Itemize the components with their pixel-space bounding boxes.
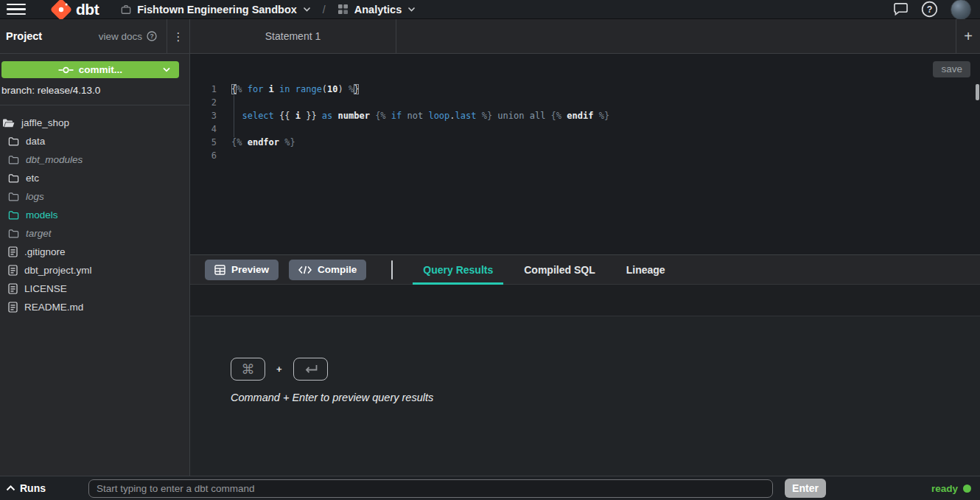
plus-sign: +: [276, 364, 282, 375]
branch-label: branch: release/4.13.0: [1, 85, 189, 96]
tree-item-dbt-modules[interactable]: dbt_modules: [0, 150, 189, 169]
tree-item-label: dbt_project.yml: [24, 265, 92, 276]
enter-button[interactable]: Enter: [785, 479, 826, 498]
code-line-1[interactable]: 1{% for i in range(10) %}: [190, 83, 980, 96]
folder-icon: [8, 173, 19, 184]
folder-icon: [8, 192, 19, 202]
line-number: 1: [190, 83, 217, 96]
view-docs-link[interactable]: view docs ?: [99, 31, 157, 42]
command-key-icon: ⌘: [231, 358, 265, 381]
help-circle-icon: ?: [147, 31, 157, 41]
tree-item-models[interactable]: models: [0, 206, 189, 224]
tab-query-results[interactable]: Query Results: [407, 255, 508, 285]
breadcrumb-separator: /: [323, 4, 326, 15]
folder-icon: [8, 210, 19, 221]
runs-toggle[interactable]: Runs: [6, 482, 46, 494]
folder-icon: [8, 136, 19, 147]
dbt-logo: dbt: [50, 0, 99, 21]
editor-tab-bar: Statement 1 +: [190, 19, 980, 54]
tree-item-readme-md[interactable]: README.md: [0, 298, 189, 316]
line-number: 3: [190, 109, 217, 122]
code-icon: [298, 265, 312, 274]
commit-button[interactable]: commit...: [1, 61, 179, 78]
tree-item-label: .gitignore: [24, 246, 66, 257]
line-number: 2: [190, 96, 217, 109]
tree-item-logs[interactable]: logs: [0, 187, 189, 206]
line-number: 5: [190, 136, 217, 149]
tree-item-dbt-project-yml[interactable]: dbt_project.yml: [0, 261, 189, 279]
svg-text:?: ?: [150, 32, 153, 40]
file-icon: [8, 265, 18, 276]
file-icon: [8, 246, 18, 257]
tab-statement-1[interactable]: Statement 1: [190, 19, 396, 53]
results-panel: Preview Compile Query Results Compiled S…: [190, 254, 980, 476]
breadcrumb: Fishtown Engineering Sandbox / Analytics: [121, 4, 416, 15]
results-toolbar: Preview Compile Query Results Compiled S…: [190, 255, 980, 285]
editor-scrollbar[interactable]: [976, 84, 979, 100]
dbt-cloud-ide: dbt Fishtown Engineering Sandbox / Analy…: [0, 0, 980, 500]
tree-item-data[interactable]: data: [0, 132, 189, 150]
new-tab-button[interactable]: +: [964, 29, 973, 44]
line-number: 6: [190, 149, 217, 162]
tree-item-label: target: [26, 228, 52, 239]
tree-item-label: dbt_modules: [26, 154, 83, 165]
code-text: {% endfor %}: [231, 136, 295, 149]
file-icon: [8, 283, 18, 294]
folder-open-icon: [2, 118, 15, 128]
top-bar: dbt Fishtown Engineering Sandbox / Analy…: [0, 0, 980, 19]
chevron-down-icon: [163, 67, 170, 72]
shortcut-hint: Command + Enter to preview query results: [231, 392, 980, 403]
status-label: ready: [931, 483, 958, 494]
compile-button[interactable]: Compile: [289, 260, 366, 280]
chat-icon[interactable]: [893, 2, 909, 16]
tree-item-label: jaffle_shop: [21, 117, 69, 128]
tree-item-label: logs: [26, 191, 44, 202]
tree-item-label: README.md: [24, 302, 83, 313]
indent-guide: [234, 95, 234, 137]
main-panel: Statement 1 + save 1{% for i in range(10…: [190, 19, 980, 476]
account-switcher[interactable]: Fishtown Engineering Sandbox: [137, 4, 297, 15]
code-line-2[interactable]: 2: [190, 96, 980, 109]
dbt-logo-icon: [50, 0, 72, 21]
code-text: {% for i in range(10) %}: [231, 83, 359, 96]
hamburger-menu-icon[interactable]: [7, 3, 26, 16]
chevron-down-icon[interactable]: [407, 7, 416, 12]
status-dot-icon: [963, 485, 971, 493]
product-name: dbt: [76, 1, 99, 18]
dbt-command-input[interactable]: [88, 479, 773, 498]
svg-text:?: ?: [927, 4, 933, 15]
tree-item-etc[interactable]: etc: [0, 169, 189, 187]
code-editor[interactable]: save 1{% for i in range(10) %}23 select …: [190, 54, 980, 254]
tree-item-label: data: [26, 136, 45, 147]
table-icon: [214, 265, 225, 275]
project-sidebar: Project view docs ? ⋮ commit... bra: [0, 19, 190, 476]
sidebar-menu-icon[interactable]: ⋮: [167, 19, 189, 54]
project-switcher[interactable]: Analytics: [354, 4, 402, 15]
code-line-4[interactable]: 4: [190, 122, 980, 136]
connection-status: ready: [931, 483, 971, 494]
grid-icon: [337, 4, 349, 15]
tab-compiled-sql[interactable]: Compiled SQL: [508, 255, 610, 285]
tab-lineage[interactable]: Lineage: [611, 255, 681, 285]
folder-icon: [8, 229, 19, 239]
code-line-5[interactable]: 5{% endfor %}: [190, 136, 980, 149]
tree-item--gitignore[interactable]: .gitignore: [0, 243, 189, 261]
folder-icon: [8, 155, 19, 165]
topbar-actions: ?: [893, 0, 971, 20]
code-text: select {{ i }} as number {% if not loop.…: [231, 109, 609, 122]
sidebar-title: Project: [6, 30, 42, 42]
results-empty-state: ⌘ + Command + Enter to preview query res…: [190, 316, 980, 403]
file-icon: [8, 302, 18, 313]
help-icon[interactable]: ?: [921, 1, 938, 18]
return-key-icon: [293, 358, 328, 381]
preview-button[interactable]: Preview: [205, 260, 279, 280]
code-line-3[interactable]: 3 select {{ i }} as number {% if not loo…: [190, 109, 980, 122]
tree-item-jaffle-shop[interactable]: jaffle_shop: [0, 114, 189, 132]
tree-item-target[interactable]: target: [0, 224, 189, 243]
chevron-down-icon[interactable]: [303, 7, 311, 12]
code-line-6[interactable]: 6: [190, 149, 980, 162]
tree-item-license[interactable]: LICENSE: [0, 279, 189, 298]
tree-item-label: etc: [26, 173, 39, 184]
briefcase-icon: [121, 4, 131, 15]
user-avatar[interactable]: [951, 0, 971, 20]
